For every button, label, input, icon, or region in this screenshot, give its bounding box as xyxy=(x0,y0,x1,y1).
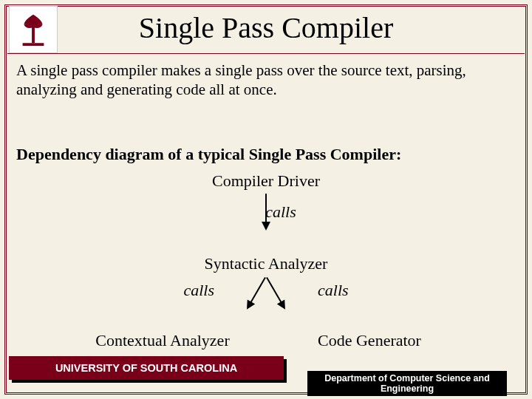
svg-marker-5 xyxy=(242,299,254,311)
edge-label-calls-left: calls xyxy=(183,281,214,300)
node-contextual-analyzer: Contextual Analyzer xyxy=(81,331,244,350)
node-syntactic-analyzer: Syntactic Analyzer xyxy=(0,254,532,273)
edge-label-calls-right: calls xyxy=(318,281,349,300)
diagram-heading: Dependency diagram of a typical Single P… xyxy=(16,145,517,164)
intro-text: A single pass compiler makes a single pa… xyxy=(16,61,511,100)
footer-department: Department of Computer Science and Engin… xyxy=(307,371,507,396)
footer-university: UNIVERSITY OF SOUTH CAROLINA xyxy=(9,356,284,380)
svg-marker-7 xyxy=(277,299,289,311)
node-compiler-driver: Compiler Driver xyxy=(0,171,532,191)
title-underline xyxy=(7,53,525,54)
node-code-generator: Code Generator xyxy=(288,331,451,350)
svg-marker-3 xyxy=(262,222,270,231)
slide-title: Single Pass Compiler xyxy=(0,10,532,45)
edge-label-calls: calls xyxy=(15,202,532,222)
